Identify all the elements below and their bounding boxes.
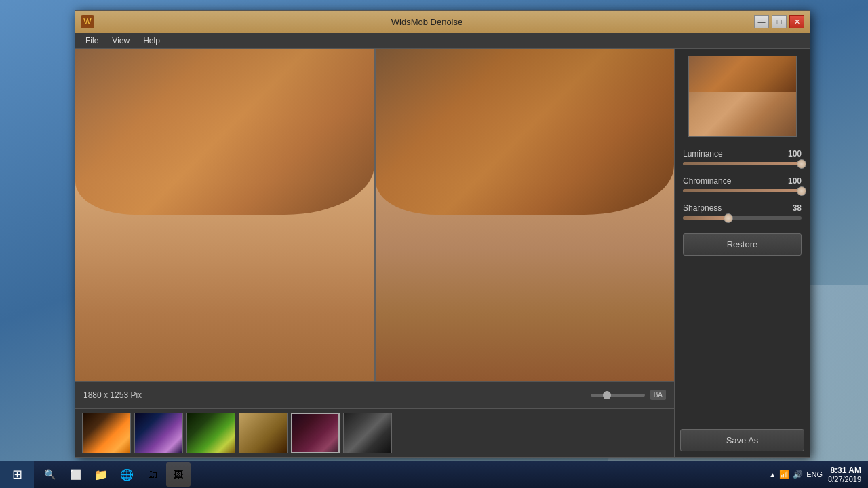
taskbar-taskview[interactable]: ⬜ (63, 462, 87, 487)
chrominance-fill (683, 189, 802, 192)
face-bg-original (75, 49, 374, 381)
luminance-value: 100 (788, 149, 802, 159)
menu-bar: File View Help (75, 33, 810, 49)
zoom-slider[interactable] (591, 394, 645, 396)
save-as-button[interactable]: Save As (680, 429, 804, 451)
maximize-button[interactable]: □ (772, 15, 787, 28)
image-original (75, 49, 376, 381)
taskbar-clock[interactable]: 8:31 AM 8/27/2019 (828, 466, 861, 483)
tray-network: 📶 (779, 470, 789, 479)
portrait-right (376, 49, 675, 381)
restore-button[interactable]: Restore (683, 233, 802, 256)
chrominance-control: Chrominance 100 (683, 176, 802, 192)
app-title: WidsMob Denoise (100, 17, 754, 27)
system-tray: ▲ 📶 🔊 ENG (769, 470, 823, 479)
thumbnail-strip (75, 408, 674, 457)
chrominance-slider[interactable] (683, 189, 802, 192)
chrominance-thumb (797, 186, 806, 196)
app-icon: W (81, 15, 94, 28)
ba-badge: BA (650, 390, 666, 400)
app-window: W WidsMob Denoise — □ ✕ File View Help (75, 10, 810, 458)
menu-help[interactable]: Help (136, 35, 167, 47)
chrominance-header: Chrominance 100 (683, 176, 802, 186)
luminance-header: Luminance 100 (683, 149, 802, 159)
thumbnail-6[interactable] (343, 413, 392, 453)
zoom-slider-thumb (603, 391, 611, 399)
thumbnail-5[interactable] (291, 413, 340, 453)
taskbar-icons: 🔍 ⬜ 📁 🌐 🗂 🖼 (34, 462, 762, 487)
sharpness-thumb (724, 214, 733, 223)
thumb-img-2 (135, 413, 182, 453)
image-denoised (376, 49, 675, 381)
thumbnail-2[interactable] (134, 413, 183, 453)
taskbar: ⊞ 🔍 ⬜ 📁 🌐 🗂 🖼 ▲ 📶 🔊 ENG 8:31 AM 8/27/201… (0, 461, 868, 488)
taskbar-search[interactable]: 🔍 (37, 462, 62, 487)
menu-file[interactable]: File (79, 35, 105, 47)
close-button[interactable]: ✕ (789, 15, 804, 28)
thumbnail-3[interactable] (186, 413, 235, 453)
thumb-img-6 (344, 413, 391, 453)
thumb-img-4 (239, 413, 287, 453)
menu-view[interactable]: View (105, 35, 136, 47)
sharpness-header: Sharpness 38 (683, 203, 802, 213)
controls-section: Luminance 100 Chrominance 100 (675, 144, 810, 424)
image-size: 1880 x 1253 Pix (83, 390, 142, 400)
thumbnail-4[interactable] (239, 413, 288, 453)
right-panel: Luminance 100 Chrominance 100 (674, 49, 810, 457)
chrominance-label: Chrominance (683, 176, 731, 186)
tray-arrow[interactable]: ▲ (769, 471, 776, 479)
luminance-thumb (797, 159, 806, 169)
taskbar-fileexplorer[interactable]: 📁 (89, 462, 113, 487)
image-canvas (75, 49, 674, 381)
sharpness-control: Sharpness 38 (683, 203, 802, 220)
minimize-button[interactable]: — (754, 15, 769, 28)
clock-time: 8:31 AM (828, 466, 861, 475)
tray-lang: ENG (806, 470, 823, 479)
thumb-img-1 (83, 413, 130, 453)
portrait-left (75, 49, 374, 381)
title-bar: W WidsMob Denoise — □ ✕ (75, 11, 810, 33)
taskbar-ie[interactable]: 🌐 (115, 462, 139, 487)
start-button[interactable]: ⊞ (0, 461, 34, 488)
tray-volume: 🔊 (793, 470, 803, 479)
thumbnail-1[interactable] (82, 413, 131, 453)
image-bottom-bar: 1880 x 1253 Pix BA (75, 381, 674, 408)
thumb-img-3 (187, 413, 235, 453)
luminance-fill (683, 162, 802, 165)
taskbar-right: ▲ 📶 🔊 ENG 8:31 AM 8/27/2019 (762, 466, 868, 483)
face-bg-denoised (376, 49, 675, 381)
taskbar-widsmob[interactable]: 🖼 (166, 462, 191, 487)
sharpness-slider[interactable] (683, 216, 802, 220)
preview-thumbnail (688, 56, 797, 137)
sharpness-fill (683, 216, 728, 220)
image-area: 1880 x 1253 Pix BA (75, 49, 674, 457)
sharpness-label: Sharpness (683, 203, 722, 213)
chrominance-value: 100 (788, 176, 802, 186)
app-content: 1880 x 1253 Pix BA (75, 49, 810, 457)
zoom-container: BA (591, 390, 666, 400)
sharpness-value: 38 (793, 203, 802, 213)
luminance-slider[interactable] (683, 162, 802, 165)
taskbar-folder[interactable]: 🗂 (140, 462, 165, 487)
window-controls: — □ ✕ (754, 15, 804, 28)
luminance-label: Luminance (683, 149, 723, 159)
clock-date: 8/27/2019 (828, 475, 861, 483)
luminance-control: Luminance 100 (683, 149, 802, 165)
thumb-img-5 (292, 414, 338, 452)
